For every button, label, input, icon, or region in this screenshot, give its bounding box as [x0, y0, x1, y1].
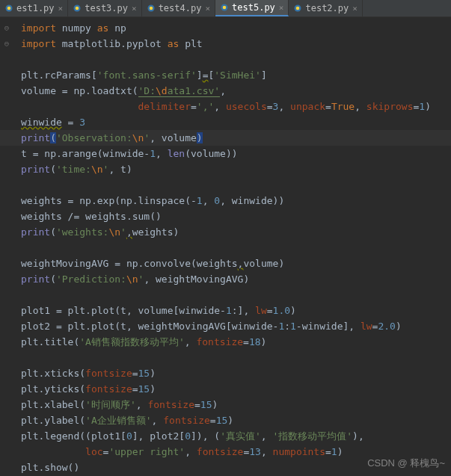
tab-test3[interactable]: test3.py ×: [68, 0, 141, 16]
svg-point-3: [76, 7, 79, 10]
code-line[interactable]: [0, 287, 451, 303]
code-line[interactable]: plt.legend((plot1[0], plot2[0]), ('真实值',…: [0, 428, 451, 444]
code-line[interactable]: print('weights:\n',weights): [0, 224, 451, 240]
code-line[interactable]: volume = np.loadtxt('D:\data1.csv',: [0, 83, 451, 99]
tab-label: test5.py: [232, 2, 275, 13]
code-line[interactable]: plot1 = plt.plot(t, volume[winwide-1:], …: [0, 303, 451, 318]
close-icon[interactable]: ×: [205, 4, 210, 13]
code-line[interactable]: winwide = 3: [0, 114, 451, 130]
code-line[interactable]: import numpy as np: [0, 20, 451, 36]
code-line[interactable]: plt.ylabel('A企业销售额', fontsize=15): [0, 412, 451, 428]
python-icon: [293, 4, 302, 13]
code-line[interactable]: t = np.arange(winwide-1, len(volume)): [0, 146, 451, 161]
tab-test1[interactable]: est1.py ×: [0, 0, 68, 16]
watermark: CSDN @ 释槐鸟~: [367, 457, 445, 470]
code-line[interactable]: print('Observation:\n', volume): [0, 130, 451, 146]
tab-test5[interactable]: test5.py ×: [215, 0, 289, 16]
close-icon[interactable]: ×: [279, 3, 284, 13]
code-line[interactable]: plot2 = plt.plot(t, weightMovingAVG[winw…: [0, 318, 451, 334]
svg-point-5: [149, 7, 153, 10]
tab-label: est1.py: [16, 3, 55, 13]
code-line[interactable]: import matplotlib.pyplot as plt: [0, 36, 451, 52]
close-icon[interactable]: ×: [352, 4, 358, 13]
code-line[interactable]: plt.yticks(fontsize=15): [0, 381, 451, 397]
svg-point-9: [296, 7, 300, 10]
code-line[interactable]: weightMovingAVG = np.convolve(weights,vo…: [0, 256, 451, 271]
code-line[interactable]: [0, 52, 451, 67]
code-line[interactable]: weights = np.exp(np.linspace(-1, 0, winw…: [0, 193, 451, 208]
code-line[interactable]: print('time:\n', t): [0, 161, 451, 177]
fold-icon[interactable]: ⊖: [0, 36, 13, 52]
code-line[interactable]: print('Prediction:\n', weightMovingAVG): [0, 271, 451, 287]
close-icon[interactable]: ×: [132, 4, 137, 13]
code-line[interactable]: plt.xlabel('时间顺序', fontsize=15): [0, 397, 451, 412]
code-line[interactable]: [0, 240, 451, 256]
gutter: ⊖ ⊖: [0, 20, 13, 52]
svg-point-1: [7, 7, 11, 10]
tab-label: test2.py: [305, 3, 349, 13]
code-line[interactable]: plt.xticks(fontsize=15): [0, 365, 451, 381]
tab-bar: est1.py × test3.py × test4.py × test5.py…: [0, 0, 451, 17]
python-icon: [73, 4, 82, 13]
code-editor[interactable]: ⊖ ⊖ import numpy as np import matplotlib…: [0, 17, 451, 476]
tab-test2[interactable]: test2.py ×: [289, 0, 362, 16]
fold-icon[interactable]: ⊖: [0, 20, 13, 36]
tab-label: test4.py: [159, 3, 202, 13]
code-line[interactable]: plt.rcParams['font.sans-serif']=['SimHei…: [0, 67, 451, 83]
code-line[interactable]: [0, 350, 451, 365]
python-icon: [220, 3, 229, 12]
code-line[interactable]: [0, 177, 451, 193]
svg-point-7: [223, 6, 227, 10]
python-icon: [4, 4, 13, 13]
code-line[interactable]: delimiter=',', usecols=3, unpack=True, s…: [0, 99, 451, 114]
python-icon: [147, 4, 156, 13]
tab-test4[interactable]: test4.py ×: [142, 0, 215, 16]
code-line[interactable]: plt.title('A销售额指数移动平均', fontsize=18): [0, 334, 451, 350]
close-icon[interactable]: ×: [58, 4, 64, 13]
tab-label: test3.py: [85, 3, 128, 13]
code-line[interactable]: weights /= weights.sum(): [0, 208, 451, 224]
